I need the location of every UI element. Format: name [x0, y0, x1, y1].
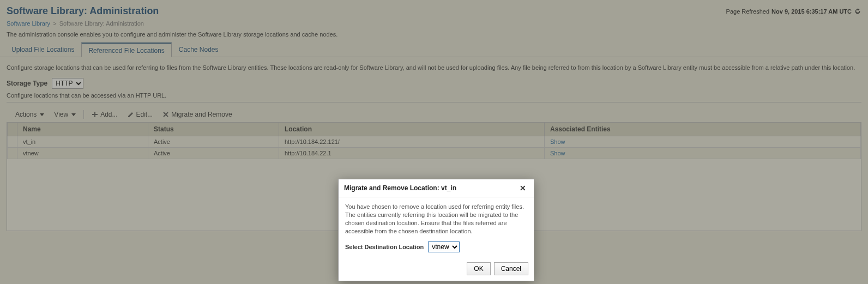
page-description: The administration console enables you t…	[0, 31, 868, 42]
breadcrumb-separator: >	[52, 20, 57, 27]
pencil-icon	[128, 111, 134, 118]
page-header: Software Library: Administration Page Re…	[0, 0, 868, 19]
cell-location: http://10.184.22.121/	[279, 136, 545, 148]
refresh-label: Page Refreshed	[726, 8, 770, 15]
cell-associated-show-link[interactable]: Show	[545, 136, 861, 148]
ok-button[interactable]: OK	[467, 262, 490, 275]
cancel-button[interactable]: Cancel	[494, 262, 528, 275]
dialog-button-row: OK Cancel	[339, 258, 534, 281]
table-toolbar: Actions View Add... Edit...	[7, 107, 861, 122]
migrate-label: Migrate and Remove	[171, 111, 232, 118]
cell-status: Active	[148, 148, 279, 159]
edit-label: Edit...	[136, 111, 153, 118]
actions-menu[interactable]: Actions	[11, 109, 49, 120]
view-menu[interactable]: View	[50, 109, 80, 120]
row-handle[interactable]	[8, 148, 17, 159]
edit-button[interactable]: Edit...	[123, 109, 158, 120]
destination-select[interactable]: vtnew	[428, 241, 460, 252]
table-header-name[interactable]: Name	[17, 123, 148, 136]
table-header-associated[interactable]: Associated Entities	[545, 123, 861, 136]
view-label: View	[54, 111, 68, 118]
dialog-title-text: Migrate and Remove Location: vt_in	[344, 184, 456, 192]
table-header-status[interactable]: Status	[148, 123, 279, 136]
storage-type-select[interactable]: HTTP	[52, 78, 83, 89]
storage-type-label: Storage Type	[7, 80, 47, 87]
tab-upload-file-locations[interactable]: Upload File Locations	[4, 42, 81, 57]
refresh-time: Nov 9, 2015 6:35:17 AM UTC	[771, 8, 852, 15]
table-row[interactable]: vtnew Active http://10.184.22.1 Show	[8, 148, 861, 159]
page-refresh-status: Page Refreshed Nov 9, 2015 6:35:17 AM UT…	[726, 8, 861, 15]
cell-location: http://10.184.22.1	[279, 148, 545, 159]
dialog-body: You have chosen to remove a location use…	[339, 197, 534, 258]
cell-name: vt_in	[17, 136, 148, 148]
actions-label: Actions	[15, 111, 37, 118]
dialog-message: You have chosen to remove a location use…	[345, 203, 527, 235]
x-icon	[162, 111, 169, 118]
cell-name: vtnew	[17, 148, 148, 159]
migrate-remove-dialog: Migrate and Remove Location: vt_in ✕ You…	[338, 179, 534, 281]
cell-associated-show-link[interactable]: Show	[545, 148, 861, 159]
table-header-location[interactable]: Location	[279, 123, 545, 136]
page-title: Software Library: Administration	[7, 5, 159, 17]
storage-type-description: Configure locations that can be accessed…	[7, 92, 861, 102]
chevron-down-icon	[71, 113, 76, 116]
toolbar-separator	[83, 110, 84, 119]
destination-field: Select Destination Location vtnew	[345, 241, 527, 252]
add-button[interactable]: Add...	[87, 109, 122, 120]
chevron-down-icon	[40, 113, 44, 116]
locations-table: Name Status Location Associated Entities…	[7, 122, 861, 159]
table-header-handle	[8, 123, 17, 136]
add-label: Add...	[100, 111, 117, 118]
page-root: Software Library: Administration Page Re…	[0, 0, 868, 284]
cell-status: Active	[148, 136, 279, 148]
breadcrumb-root-link[interactable]: Software Library	[7, 20, 50, 27]
close-icon[interactable]: ✕	[517, 184, 528, 192]
tab-description: Configure storage locations that can be …	[7, 64, 861, 71]
plus-icon	[92, 111, 98, 118]
destination-label: Select Destination Location	[345, 243, 424, 251]
storage-type-row: Storage Type HTTP	[7, 78, 861, 89]
refresh-icon[interactable]	[854, 8, 861, 15]
breadcrumb-current: Software Library: Administration	[59, 20, 144, 27]
breadcrumb: Software Library > Software Library: Adm…	[0, 19, 868, 31]
dialog-titlebar[interactable]: Migrate and Remove Location: vt_in ✕	[339, 179, 534, 197]
tab-bar: Upload File Locations Referenced File Lo…	[0, 42, 868, 57]
migrate-remove-button[interactable]: Migrate and Remove	[158, 109, 236, 120]
table-header-row: Name Status Location Associated Entities	[8, 123, 861, 136]
tab-cache-nodes[interactable]: Cache Nodes	[172, 42, 226, 57]
tab-referenced-file-locations[interactable]: Referenced File Locations	[81, 43, 171, 57]
table-row[interactable]: vt_in Active http://10.184.22.121/ Show	[8, 136, 861, 148]
row-handle[interactable]	[8, 136, 17, 148]
